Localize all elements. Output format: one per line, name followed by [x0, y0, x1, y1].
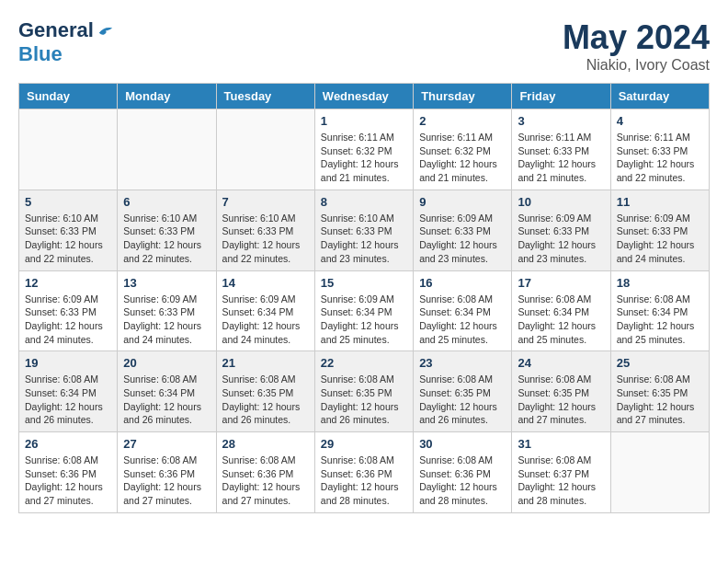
- calendar-week-row: 19Sunrise: 6:08 AM Sunset: 6:34 PM Dayli…: [19, 351, 710, 432]
- day-number: 3: [518, 114, 604, 128]
- day-number: 27: [123, 437, 210, 451]
- day-info: Sunrise: 6:10 AM Sunset: 6:33 PM Dayligh…: [222, 212, 309, 266]
- calendar-week-row: 5Sunrise: 6:10 AM Sunset: 6:33 PM Daylig…: [19, 190, 710, 270]
- day-info: Sunrise: 6:09 AM Sunset: 6:33 PM Dayligh…: [617, 212, 703, 266]
- calendar-cell: 3Sunrise: 6:11 AM Sunset: 6:33 PM Daylig…: [512, 109, 610, 190]
- day-number: 17: [518, 276, 604, 290]
- location-title: Niakio, Ivory Coast: [563, 57, 710, 74]
- day-info: Sunrise: 6:11 AM Sunset: 6:33 PM Dayligh…: [518, 131, 604, 185]
- calendar-cell: 30Sunrise: 6:08 AM Sunset: 6:36 PM Dayli…: [414, 432, 512, 513]
- title-area: May 2024 Niakio, Ivory Coast: [563, 18, 710, 74]
- calendar-cell: 8Sunrise: 6:10 AM Sunset: 6:33 PM Daylig…: [314, 190, 413, 270]
- day-info: Sunrise: 6:10 AM Sunset: 6:33 PM Dayligh…: [123, 212, 210, 266]
- calendar-table: SundayMondayTuesdayWednesdayThursdayFrid…: [18, 83, 710, 513]
- calendar-cell: 16Sunrise: 6:08 AM Sunset: 6:34 PM Dayli…: [414, 270, 512, 351]
- calendar-cell: 28Sunrise: 6:08 AM Sunset: 6:36 PM Dayli…: [216, 432, 314, 513]
- calendar-week-row: 1Sunrise: 6:11 AM Sunset: 6:32 PM Daylig…: [19, 109, 710, 190]
- logo-bird-icon: [97, 24, 114, 37]
- calendar-cell: 14Sunrise: 6:09 AM Sunset: 6:34 PM Dayli…: [216, 270, 314, 351]
- day-number: 30: [419, 437, 506, 451]
- day-number: 20: [123, 356, 210, 370]
- calendar-week-row: 12Sunrise: 6:09 AM Sunset: 6:33 PM Dayli…: [19, 270, 710, 351]
- logo-general-text: General: [18, 18, 94, 42]
- calendar-cell: 20Sunrise: 6:08 AM Sunset: 6:34 PM Dayli…: [118, 351, 216, 432]
- day-info: Sunrise: 6:10 AM Sunset: 6:33 PM Dayligh…: [25, 212, 111, 266]
- calendar-cell: 24Sunrise: 6:08 AM Sunset: 6:35 PM Dayli…: [512, 351, 610, 432]
- day-number: 26: [25, 437, 111, 451]
- calendar-cell: 22Sunrise: 6:08 AM Sunset: 6:35 PM Dayli…: [314, 351, 413, 432]
- day-info: Sunrise: 6:08 AM Sunset: 6:37 PM Dayligh…: [518, 454, 604, 508]
- calendar-cell: 26Sunrise: 6:08 AM Sunset: 6:36 PM Dayli…: [19, 432, 118, 513]
- day-info: Sunrise: 6:08 AM Sunset: 6:35 PM Dayligh…: [321, 373, 407, 427]
- day-number: 5: [25, 195, 111, 209]
- day-info: Sunrise: 6:08 AM Sunset: 6:34 PM Dayligh…: [518, 293, 604, 347]
- day-info: Sunrise: 6:10 AM Sunset: 6:33 PM Dayligh…: [321, 212, 407, 266]
- calendar-cell: 23Sunrise: 6:08 AM Sunset: 6:35 PM Dayli…: [414, 351, 512, 432]
- day-info: Sunrise: 6:08 AM Sunset: 6:35 PM Dayligh…: [222, 373, 309, 427]
- day-number: 6: [123, 195, 210, 209]
- calendar-cell: [216, 109, 314, 190]
- day-number: 29: [321, 437, 407, 451]
- calendar-cell: 1Sunrise: 6:11 AM Sunset: 6:32 PM Daylig…: [314, 109, 413, 190]
- day-number: 23: [419, 356, 506, 370]
- logo: General Blue: [18, 18, 114, 66]
- day-number: 7: [222, 195, 309, 209]
- calendar-cell: [610, 432, 709, 513]
- calendar-cell: [118, 109, 216, 190]
- day-number: 13: [123, 276, 210, 290]
- day-info: Sunrise: 6:08 AM Sunset: 6:36 PM Dayligh…: [222, 454, 309, 508]
- day-info: Sunrise: 6:08 AM Sunset: 6:35 PM Dayligh…: [518, 373, 604, 427]
- day-number: 2: [419, 114, 506, 128]
- calendar-header-thursday: Thursday: [414, 84, 512, 109]
- calendar-header-friday: Friday: [512, 84, 610, 109]
- day-info: Sunrise: 6:09 AM Sunset: 6:33 PM Dayligh…: [518, 212, 604, 266]
- month-title: May 2024: [563, 18, 710, 57]
- day-info: Sunrise: 6:11 AM Sunset: 6:32 PM Dayligh…: [419, 131, 506, 185]
- day-number: 11: [617, 195, 703, 209]
- calendar-cell: 9Sunrise: 6:09 AM Sunset: 6:33 PM Daylig…: [414, 190, 512, 270]
- day-info: Sunrise: 6:08 AM Sunset: 6:36 PM Dayligh…: [419, 454, 506, 508]
- day-number: 19: [25, 356, 111, 370]
- day-info: Sunrise: 6:08 AM Sunset: 6:36 PM Dayligh…: [123, 454, 210, 508]
- calendar-header-row: SundayMondayTuesdayWednesdayThursdayFrid…: [19, 84, 710, 109]
- calendar-cell: 31Sunrise: 6:08 AM Sunset: 6:37 PM Dayli…: [512, 432, 610, 513]
- day-info: Sunrise: 6:09 AM Sunset: 6:33 PM Dayligh…: [123, 293, 210, 347]
- calendar-cell: 21Sunrise: 6:08 AM Sunset: 6:35 PM Dayli…: [216, 351, 314, 432]
- calendar-cell: 18Sunrise: 6:08 AM Sunset: 6:34 PM Dayli…: [610, 270, 709, 351]
- calendar-header-saturday: Saturday: [610, 84, 709, 109]
- calendar-header-monday: Monday: [118, 84, 216, 109]
- day-number: 4: [617, 114, 703, 128]
- calendar-cell: 29Sunrise: 6:08 AM Sunset: 6:36 PM Dayli…: [314, 432, 413, 513]
- calendar-cell: 10Sunrise: 6:09 AM Sunset: 6:33 PM Dayli…: [512, 190, 610, 270]
- day-number: 12: [25, 276, 111, 290]
- day-number: 21: [222, 356, 309, 370]
- day-number: 15: [321, 276, 407, 290]
- day-info: Sunrise: 6:08 AM Sunset: 6:34 PM Dayligh…: [25, 373, 111, 427]
- calendar-header-wednesday: Wednesday: [314, 84, 413, 109]
- calendar-cell: 12Sunrise: 6:09 AM Sunset: 6:33 PM Dayli…: [19, 270, 118, 351]
- day-number: 8: [321, 195, 407, 209]
- calendar-week-row: 26Sunrise: 6:08 AM Sunset: 6:36 PM Dayli…: [19, 432, 710, 513]
- calendar-cell: 25Sunrise: 6:08 AM Sunset: 6:35 PM Dayli…: [610, 351, 709, 432]
- day-info: Sunrise: 6:08 AM Sunset: 6:34 PM Dayligh…: [123, 373, 210, 427]
- calendar-cell: [19, 109, 118, 190]
- day-number: 9: [419, 195, 506, 209]
- calendar-cell: 11Sunrise: 6:09 AM Sunset: 6:33 PM Dayli…: [610, 190, 709, 270]
- day-number: 14: [222, 276, 309, 290]
- day-info: Sunrise: 6:09 AM Sunset: 6:33 PM Dayligh…: [25, 293, 111, 347]
- calendar-cell: 7Sunrise: 6:10 AM Sunset: 6:33 PM Daylig…: [216, 190, 314, 270]
- day-number: 16: [419, 276, 506, 290]
- day-number: 22: [321, 356, 407, 370]
- day-info: Sunrise: 6:08 AM Sunset: 6:35 PM Dayligh…: [419, 373, 506, 427]
- calendar-header-sunday: Sunday: [19, 84, 118, 109]
- calendar-cell: 5Sunrise: 6:10 AM Sunset: 6:33 PM Daylig…: [19, 190, 118, 270]
- calendar-cell: 19Sunrise: 6:08 AM Sunset: 6:34 PM Dayli…: [19, 351, 118, 432]
- day-number: 10: [518, 195, 604, 209]
- day-info: Sunrise: 6:11 AM Sunset: 6:32 PM Dayligh…: [321, 131, 407, 185]
- day-number: 31: [518, 437, 604, 451]
- header: General Blue May 2024 Niakio, Ivory Coas…: [18, 18, 710, 74]
- calendar-cell: 17Sunrise: 6:08 AM Sunset: 6:34 PM Dayli…: [512, 270, 610, 351]
- day-info: Sunrise: 6:09 AM Sunset: 6:34 PM Dayligh…: [222, 293, 309, 347]
- day-info: Sunrise: 6:08 AM Sunset: 6:35 PM Dayligh…: [617, 373, 703, 427]
- day-info: Sunrise: 6:08 AM Sunset: 6:34 PM Dayligh…: [419, 293, 506, 347]
